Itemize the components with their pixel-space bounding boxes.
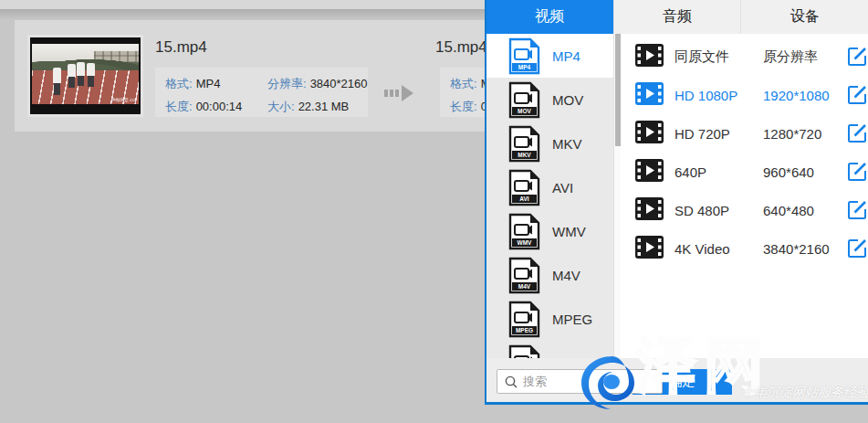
svg-text:AVI: AVI xyxy=(519,196,529,202)
preset-row-640p[interactable]: 640P960*640 xyxy=(621,153,868,191)
format-row-partial[interactable] xyxy=(486,341,613,358)
tab-音频[interactable]: 音频 xyxy=(614,0,742,34)
info-value: 00:00:14 xyxy=(196,100,243,113)
format-list: MP4MP4MOVMOVMKVMKVAVIAVIWMVWMVM4VM4VMPEG… xyxy=(486,34,613,358)
info-value: MP4 xyxy=(196,77,221,90)
thumbnail-person xyxy=(53,68,61,95)
app-window: #梅律是.cut 15.mp4 格式:MP4分辨率:3840*2160长度:00… xyxy=(0,0,868,423)
info-label: 长度: xyxy=(165,100,193,113)
edit-pencil-icon[interactable] xyxy=(846,199,868,221)
info-label: 长度: xyxy=(450,100,477,113)
format-label: MKV xyxy=(552,136,582,152)
format-label: MPEG xyxy=(552,312,592,327)
thumbnail-scene: #梅律是.cut xyxy=(32,44,139,104)
format-row-mkv[interactable]: MKVMKV xyxy=(486,122,613,165)
info-value: 3840*2160 xyxy=(310,77,368,90)
video-file-doc-icon xyxy=(507,344,541,359)
preset-resolution: 960*640 xyxy=(763,164,842,180)
preset-list: 同原文件原分辨率HD 1080P1920*1080HD 720P1280*720… xyxy=(621,34,868,358)
source-file-infobox: 格式:MP4分辨率:3840*2160长度:00:00:14大小:22.31 M… xyxy=(155,68,368,117)
tab-设备[interactable]: 设备 xyxy=(741,0,868,34)
video-thumbnail: #梅律是.cut xyxy=(27,35,143,117)
file-info-pair: 长度:00:00:14 xyxy=(165,99,267,115)
filmstrip-play-icon xyxy=(635,236,664,262)
video-file-doc-icon: MKV xyxy=(507,125,541,163)
preset-row-4k-video[interactable]: 4K Video3840*2160 xyxy=(621,229,868,268)
format-row-avi[interactable]: AVIAVI xyxy=(486,165,613,209)
video-file-doc-icon: WMV xyxy=(507,213,541,250)
format-row-m4v[interactable]: M4VM4V xyxy=(486,253,613,297)
video-file-doc-icon: M4V xyxy=(507,257,541,294)
format-label: M4V xyxy=(552,268,580,283)
thumbnail-watermark: #梅律是.cut xyxy=(112,97,136,102)
info-value: 22.31 MB xyxy=(298,100,350,113)
format-row-wmv[interactable]: WMVWMV xyxy=(486,209,613,253)
output-file-title: 15.mp4 xyxy=(435,38,487,57)
info-label: 分辨率: xyxy=(267,77,307,90)
file-info-pair: 格式:MP4 xyxy=(165,76,267,92)
fast-forward-arrow-icon xyxy=(384,83,415,107)
format-row-mov[interactable]: MOVMOV xyxy=(486,78,613,122)
preset-resolution: 3840*2160 xyxy=(763,241,842,257)
edit-pencil-icon[interactable] xyxy=(846,122,868,144)
preset-resolution: 原分辨率 xyxy=(763,48,842,66)
filmstrip-play-icon xyxy=(635,44,664,70)
video-file-doc-icon: AVI xyxy=(507,169,541,206)
preset-name: HD 720P xyxy=(675,126,763,142)
filmstrip-play-icon xyxy=(635,121,664,147)
preset-resolution: 640*480 xyxy=(763,203,842,218)
edit-pencil-icon[interactable] xyxy=(846,161,868,183)
svg-text:MP4: MP4 xyxy=(518,64,531,70)
preset-row-hd-1080p[interactable]: HD 1080P1920*1080 xyxy=(621,76,868,114)
search-icon xyxy=(505,375,518,388)
edit-pencil-icon[interactable] xyxy=(846,84,868,106)
thumbnail-person xyxy=(77,62,85,86)
info-label: 大小: xyxy=(267,100,295,113)
preset-resolution: 1920*1080 xyxy=(763,88,842,103)
tab-视频[interactable]: 视频 xyxy=(486,0,614,34)
video-file-doc-icon: MP4 xyxy=(507,37,541,75)
svg-text:M4V: M4V xyxy=(518,283,531,290)
preset-row-同原文件[interactable]: 同原文件原分辨率 xyxy=(621,37,868,76)
svg-text:MKV: MKV xyxy=(518,152,531,158)
video-file-doc-icon: MPEG xyxy=(507,301,541,338)
search-box[interactable] xyxy=(497,369,663,394)
filmstrip-play-icon xyxy=(635,197,664,224)
preset-row-sd-480p[interactable]: SD 480P640*480 xyxy=(621,191,868,229)
format-label: WMV xyxy=(552,224,586,239)
format-label: MOV xyxy=(552,92,583,108)
svg-text:MOV: MOV xyxy=(518,108,531,114)
panel-footer: 确定 xyxy=(486,358,868,402)
filmstrip-play-icon xyxy=(635,82,664,109)
format-label: MP4 xyxy=(552,48,580,64)
preset-name: SD 480P xyxy=(675,203,763,218)
filmstrip-play-icon xyxy=(635,159,664,185)
svg-text:WMV: WMV xyxy=(518,239,533,246)
preset-resolution: 1280*720 xyxy=(763,126,842,142)
format-chooser-panel: 视频音频设备 MP4MP4MOVMOVMKVMKVAVIAVIWMVWMVM4V… xyxy=(485,0,868,405)
format-row-mpeg[interactable]: MPEGMPEG xyxy=(486,297,613,341)
thumbnail-person xyxy=(68,64,76,88)
info-label: 格式: xyxy=(165,77,193,90)
file-info-pair: 分辨率:3840*2160 xyxy=(267,76,368,92)
svg-text:MPEG: MPEG xyxy=(516,327,533,333)
preset-name: 同原文件 xyxy=(675,48,763,66)
search-input[interactable] xyxy=(523,375,651,388)
info-label: 格式: xyxy=(450,77,477,90)
source-file-title: 15.mp4 xyxy=(155,38,207,57)
preset-row-hd-720p[interactable]: HD 720P1280*720 xyxy=(621,114,868,153)
thumbnail-person xyxy=(87,63,95,87)
preset-name: HD 1080P xyxy=(675,88,763,103)
edit-pencil-icon[interactable] xyxy=(846,46,868,68)
tab-bar: 视频音频设备 xyxy=(486,0,868,34)
video-file-doc-icon: MOV xyxy=(507,81,541,119)
format-list-scrollbar[interactable] xyxy=(613,34,621,358)
file-info-pair: 大小:22.31 MB xyxy=(267,99,368,115)
format-label: AVI xyxy=(552,180,573,196)
format-row-mp4[interactable]: MP4MP4 xyxy=(486,34,613,78)
preset-name: 640P xyxy=(675,164,763,180)
edit-pencil-icon[interactable] xyxy=(846,238,868,259)
preset-name: 4K Video xyxy=(675,241,763,257)
